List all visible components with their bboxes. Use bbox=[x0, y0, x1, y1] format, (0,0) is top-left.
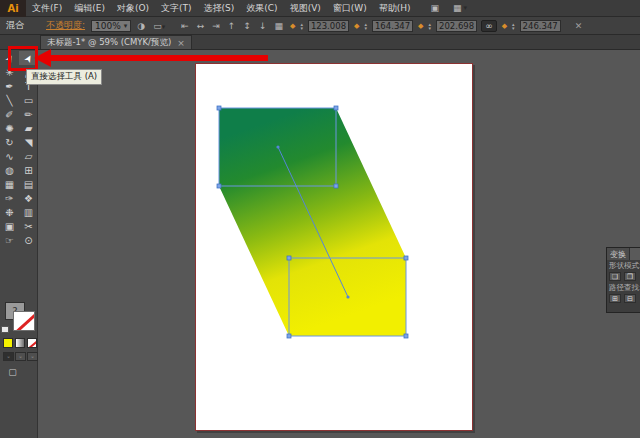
menu-type[interactable]: 文字(T) bbox=[155, 0, 198, 16]
illustrator-window: Ai 文件(F)编辑(E)对象(O)文字(T)选择(S)效果(C)视图(V)窗口… bbox=[0, 0, 640, 438]
annotation-arrow bbox=[50, 55, 268, 61]
x-field[interactable]: 123.008 bbox=[308, 20, 349, 32]
fill-stroke-block: ? bbox=[0, 300, 38, 340]
reference-point-icon: ◆ bbox=[353, 22, 360, 30]
shape-builder-tool[interactable]: ◍ bbox=[0, 163, 19, 177]
align-icon[interactable]: ↑ bbox=[226, 21, 238, 31]
color-button[interactable] bbox=[3, 338, 13, 348]
scale-tool[interactable]: ◥ bbox=[19, 135, 38, 149]
reference-point-icon: ◆ bbox=[501, 22, 508, 30]
tool-tooltip: 直接选择工具 (A) bbox=[26, 69, 102, 85]
zoom-tool[interactable]: ⊙ bbox=[19, 233, 38, 247]
blend-object-svg bbox=[196, 64, 474, 432]
tools-panel: ➤➤✳℘✒T╲▭✐✏✺▰↻◥∿▱◍⊞▦▤✑❖❉▥▣✂☞⊙ ? ◦ ◦ ◦ ▢ bbox=[0, 50, 38, 438]
none-button[interactable] bbox=[27, 338, 37, 348]
chevron-down-icon: ▾ bbox=[124, 22, 128, 30]
spine-start-point[interactable] bbox=[276, 145, 279, 148]
menu-window[interactable]: 窗口(W) bbox=[327, 0, 373, 16]
menu-help[interactable]: 帮助(H) bbox=[373, 0, 417, 16]
style-icon[interactable]: ◑ bbox=[135, 21, 147, 31]
align-icon[interactable]: ↕ bbox=[241, 21, 253, 31]
menu-view[interactable]: 视图(V) bbox=[284, 0, 327, 16]
spinner-y[interactable]: ▴▾ bbox=[364, 22, 367, 30]
width-field[interactable]: 202.698 bbox=[436, 20, 477, 32]
spinner-height[interactable]: ▴▾ bbox=[512, 22, 515, 30]
reference-point-icon: ◆ bbox=[417, 22, 424, 30]
stroke-swatch[interactable] bbox=[13, 311, 35, 331]
column-graph-tool[interactable]: ▥ bbox=[19, 205, 38, 219]
menu-object[interactable]: 对象(O) bbox=[111, 0, 155, 16]
align-icon[interactable]: ↔ bbox=[195, 21, 207, 31]
paintbrush-tool[interactable]: ✐ bbox=[0, 107, 19, 121]
menu-bar: Ai 文件(F)编辑(E)对象(O)文字(T)选择(S)效果(C)视图(V)窗口… bbox=[0, 0, 640, 17]
line-segment-tool[interactable]: ╲ bbox=[0, 93, 19, 107]
reference-point-icon: ◆ bbox=[289, 22, 296, 30]
pathfinder-icon[interactable]: ⊟ bbox=[624, 294, 636, 303]
constrain-proportions-icon[interactable]: ∞ bbox=[481, 20, 497, 32]
bridge-icon[interactable]: ▣ bbox=[431, 3, 440, 13]
rotate-tool[interactable]: ↻ bbox=[0, 135, 19, 149]
blend-tool[interactable]: ❖ bbox=[19, 191, 38, 205]
shape-mode-icon[interactable]: ❏ bbox=[609, 272, 621, 281]
height-field[interactable]: 246.347 bbox=[520, 20, 561, 32]
color-buttons-row bbox=[3, 338, 37, 348]
opacity-field[interactable]: 100% ▾ bbox=[91, 20, 131, 32]
pathfinder-panel: 变换 形状模式: ❏❐ 路径查找: ⊞⊟ bbox=[606, 247, 640, 313]
gradient-tool[interactable]: ▤ bbox=[19, 177, 38, 191]
artboard-tool[interactable]: ▣ bbox=[0, 219, 19, 233]
pencil-tool[interactable]: ✏ bbox=[19, 107, 38, 121]
pathfinder-icon[interactable]: ⊞ bbox=[609, 294, 621, 303]
draw-normal-button[interactable]: ◦ bbox=[3, 352, 14, 361]
document-title: 未标题-1* @ 59% (CMYK/预览) bbox=[47, 37, 171, 49]
align-to-artboard-icon[interactable]: ▦ bbox=[272, 21, 285, 31]
default-fill-stroke-icon[interactable] bbox=[1, 326, 9, 333]
align-icon[interactable]: ⇤ bbox=[179, 21, 191, 31]
blob-brush-tool[interactable]: ✺ bbox=[0, 121, 19, 135]
chevron-down-icon: ▾ bbox=[464, 4, 468, 12]
free-transform-tool[interactable]: ▱ bbox=[19, 149, 38, 163]
shape-modes-label: 形状模式: bbox=[607, 260, 640, 271]
canvas-area[interactable] bbox=[38, 50, 640, 438]
spinner-width[interactable]: ▴▾ bbox=[429, 22, 432, 30]
workspace-icon: ▦ bbox=[453, 3, 462, 13]
opacity-link[interactable]: 不透明度: bbox=[46, 19, 85, 32]
pen-tool[interactable]: ✒ bbox=[0, 79, 19, 93]
menu-select[interactable]: 选择(S) bbox=[198, 0, 241, 16]
width-tool[interactable]: ∿ bbox=[0, 149, 19, 163]
menu-file[interactable]: 文件(F) bbox=[26, 0, 68, 16]
stroke-profile-dropdown[interactable]: ▭▾ bbox=[151, 21, 167, 31]
symbol-sprayer-tool[interactable]: ❉ bbox=[0, 205, 19, 219]
rectangle-tool[interactable]: ▭ bbox=[19, 93, 38, 107]
hand-tool[interactable]: ☞ bbox=[0, 233, 19, 247]
gradient-button[interactable] bbox=[15, 338, 25, 348]
document-tab[interactable]: 未标题-1* @ 59% (CMYK/预览) × bbox=[40, 35, 192, 49]
spine-end-point[interactable] bbox=[346, 295, 349, 298]
tab-transform[interactable]: 变换 bbox=[607, 248, 629, 260]
draw-inside-button[interactable]: ◦ bbox=[27, 352, 38, 361]
slice-tool[interactable]: ✂ bbox=[19, 219, 38, 233]
close-icon[interactable]: × bbox=[177, 38, 185, 48]
mesh-tool[interactable]: ▦ bbox=[0, 177, 19, 191]
spinner-x[interactable]: ▴▾ bbox=[300, 22, 303, 30]
app-logo: Ai bbox=[0, 0, 26, 17]
artboard[interactable] bbox=[195, 63, 473, 431]
control-bar: 混合 不透明度: 100% ▾ ◑ ▭▾ ⇤↔⇥↑↕↓ ▦ ◆ ▴▾ 123.0… bbox=[0, 17, 640, 35]
drawing-modes-row: ◦ ◦ ◦ bbox=[3, 352, 38, 361]
eraser-tool[interactable]: ▰ bbox=[19, 121, 38, 135]
pathfinder-label: 路径查找: bbox=[607, 282, 640, 293]
none-slash-icon bbox=[14, 311, 35, 331]
align-icon[interactable]: ⇥ bbox=[210, 21, 222, 31]
y-field[interactable]: 164.347 bbox=[372, 20, 413, 32]
eyedropper-tool[interactable]: ✑ bbox=[0, 191, 19, 205]
draw-behind-button[interactable]: ◦ bbox=[15, 352, 26, 361]
transform-options-icon[interactable]: ✕ bbox=[575, 21, 583, 31]
annotation-arrowhead-icon bbox=[34, 49, 51, 67]
align-icon[interactable]: ↓ bbox=[257, 21, 269, 31]
screen-mode-button[interactable]: ▢ bbox=[6, 366, 19, 377]
shape-mode-icon[interactable]: ❐ bbox=[624, 272, 636, 281]
tab-partial[interactable] bbox=[630, 248, 640, 260]
menu-edit[interactable]: 编辑(E) bbox=[68, 0, 111, 16]
workspace-switcher[interactable]: ▦ ▾ bbox=[453, 3, 467, 13]
perspective-grid-tool[interactable]: ⊞ bbox=[19, 163, 38, 177]
menu-effect[interactable]: 效果(C) bbox=[240, 0, 283, 16]
